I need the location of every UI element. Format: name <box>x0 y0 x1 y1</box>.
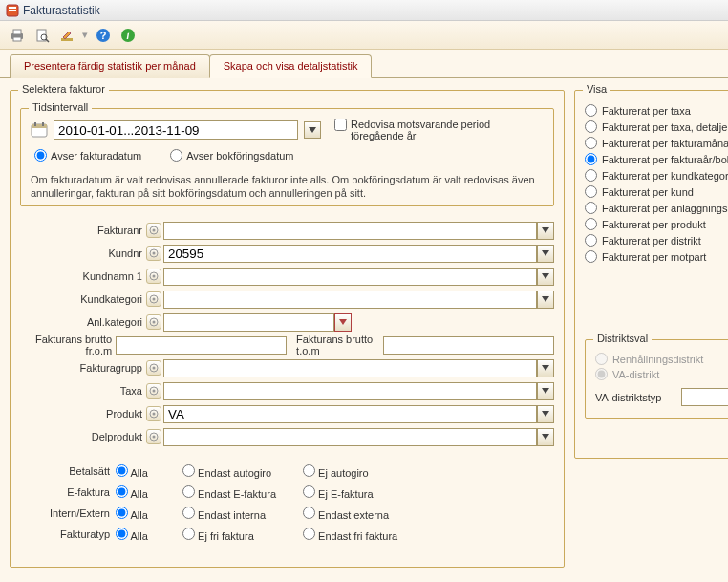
tab-skapa[interactable]: Skapa och visa detaljstatistik <box>209 54 373 78</box>
svg-line-8 <box>46 39 49 42</box>
produkt-dropdown[interactable] <box>537 405 554 423</box>
svg-marker-10 <box>63 32 71 39</box>
kundkategori-dropdown[interactable] <box>537 291 554 309</box>
vadistriktstyp-label: VA-distriktstyp <box>595 392 681 403</box>
svg-rect-9 <box>61 38 73 41</box>
svg-rect-16 <box>32 124 47 128</box>
avser-bokforingsdatum-radio[interactable]: Avser bokföringsdatum <box>170 149 293 162</box>
delprodukt-input[interactable] <box>163 428 537 446</box>
visa-o0-radio[interactable]: Fakturerat per taxa <box>585 104 728 117</box>
kundnamn1-dropdown[interactable] <box>537 268 554 286</box>
window-title: Fakturastatistik <box>23 4 100 17</box>
taxa-input[interactable] <box>163 382 537 400</box>
taxa-gear-icon[interactable] <box>146 383 161 399</box>
svg-marker-22 <box>542 227 549 233</box>
visa-o6-radio[interactable]: Fakturerat per anläggningskategori <box>585 202 728 214</box>
tabstrip: Presentera färdig statistik per månad Sk… <box>0 50 728 77</box>
vadistriktstyp-input[interactable] <box>681 388 728 406</box>
tidsintervall-note: Om fakturadatum är valt redovisas annull… <box>31 173 544 200</box>
kundkategori-label: Kundkategori <box>20 293 146 305</box>
svg-marker-34 <box>339 319 347 325</box>
visa-o3-radio[interactable]: Fakturerat per fakturaår/bokföringså <box>585 153 728 165</box>
kundkategori-gear-icon[interactable] <box>146 291 161 307</box>
va-distrikt-radio[interactable]: VA-distrikt <box>595 368 728 380</box>
kundnamn1-input[interactable] <box>163 268 537 286</box>
visa-group: Visa Fakturerat per taxa Fakturerat per … <box>574 90 728 459</box>
internextern-alla-radio[interactable]: Alla <box>116 507 148 521</box>
internextern-o1-radio[interactable]: Endast interna <box>182 507 266 521</box>
brutto-from-input[interactable] <box>116 336 287 355</box>
fakturatyp-o2-radio[interactable]: Endast fri faktura <box>303 528 397 542</box>
anlkategori-dropdown[interactable] <box>334 313 352 332</box>
svg-marker-40 <box>542 388 549 394</box>
daterange-dropdown[interactable] <box>304 121 321 139</box>
fakturagrupp-input[interactable] <box>163 359 537 377</box>
anlkategori-label: Anl.kategori <box>20 316 146 328</box>
bottom-row: Listlayout <box>0 577 728 582</box>
brutto-tom-input[interactable] <box>383 336 554 355</box>
renhallning-radio[interactable]: Renhållningsdistrikt <box>595 353 728 365</box>
fakturanr-label: Fakturanr <box>20 225 146 236</box>
visa-o2-radio[interactable]: Fakturerat per fakturamånad/bokföri <box>585 137 728 149</box>
svg-marker-28 <box>542 273 549 279</box>
svg-marker-31 <box>542 296 549 302</box>
fakturatyp-o1-radio[interactable]: Ej fri faktura <box>182 528 254 542</box>
fakturatyp-alla-radio[interactable]: Alla <box>116 528 148 542</box>
betalsatt-o1-radio[interactable]: Endast autogiro <box>182 464 271 479</box>
betalsatt-o2-radio[interactable]: Ej autogiro <box>303 464 369 479</box>
redovisa-checkbox[interactable] <box>334 119 347 131</box>
delprodukt-gear-icon[interactable] <box>146 429 161 444</box>
visa-o1-radio[interactable]: Fakturerat per taxa, detaljer per taxed <box>585 120 728 133</box>
fakturanr-dropdown[interactable] <box>537 222 554 240</box>
taxa-dropdown[interactable] <box>537 382 554 400</box>
svg-point-24 <box>153 252 156 255</box>
svg-point-45 <box>153 436 156 439</box>
tab-presentera[interactable]: Presentera färdig statistik per månad <box>10 54 210 78</box>
svg-rect-18 <box>42 122 44 126</box>
delprodukt-label: Delprodukt <box>20 431 146 442</box>
delprodukt-dropdown[interactable] <box>537 428 554 446</box>
distriktsval-group: Distriktsval Renhållningsdistrikt VA-dis… <box>585 339 728 419</box>
kundnr-gear-icon[interactable] <box>146 246 161 261</box>
svg-marker-25 <box>542 250 549 256</box>
visa-o4-radio[interactable]: Fakturerat per kundkategori <box>585 169 728 182</box>
calendar-icon[interactable] <box>31 121 48 139</box>
betalsatt-alla-radio[interactable]: Alla <box>116 464 148 479</box>
svg-marker-37 <box>542 365 549 371</box>
info-button[interactable]: i <box>118 26 138 45</box>
help-button[interactable]: ? <box>94 26 113 45</box>
edit-button[interactable] <box>57 26 76 45</box>
app-icon <box>6 4 19 17</box>
fakturagrupp-dropdown[interactable] <box>537 359 554 377</box>
kundnamn1-gear-icon[interactable] <box>146 269 161 284</box>
svg-point-30 <box>153 298 156 301</box>
efaktura-o1-radio[interactable]: Endast E-faktura <box>182 485 276 500</box>
avser-fakturadatum-radio[interactable]: Avser fakturadatum <box>34 149 141 162</box>
visa-o5-radio[interactable]: Fakturerat per kund <box>585 185 728 198</box>
produkt-label: Produkt <box>20 408 146 420</box>
internextern-o2-radio[interactable]: Endast externa <box>303 507 389 521</box>
efaktura-o2-radio[interactable]: Ej E-faktura <box>303 485 374 500</box>
svg-marker-43 <box>542 411 549 417</box>
taxa-label: Taxa <box>20 385 146 397</box>
visa-o8-radio[interactable]: Fakturerat per distrikt <box>585 234 728 247</box>
print-button[interactable] <box>8 26 27 45</box>
efaktura-alla-radio[interactable]: Alla <box>116 485 148 500</box>
anlkategori-input[interactable] <box>163 313 334 332</box>
fakturanr-gear-icon[interactable] <box>146 223 161 238</box>
preview-button[interactable] <box>32 26 52 45</box>
brutto-from-label: Fakturans brutto fr.o.m <box>20 334 116 356</box>
anlkategori-gear-icon[interactable] <box>146 314 161 330</box>
svg-rect-5 <box>13 37 21 41</box>
fakturagrupp-gear-icon[interactable] <box>146 360 161 376</box>
produkt-gear-icon[interactable] <box>146 406 161 421</box>
kundnr-input[interactable] <box>163 245 537 263</box>
fakturanr-input[interactable] <box>163 222 537 240</box>
visa-o7-radio[interactable]: Fakturerat per produkt <box>585 218 728 230</box>
efaktura-label: E-faktura <box>20 486 116 498</box>
produkt-input[interactable] <box>163 405 537 423</box>
daterange-input[interactable] <box>54 120 298 140</box>
kundnr-dropdown[interactable] <box>537 245 554 263</box>
kundkategori-input[interactable] <box>163 291 537 309</box>
visa-o9-radio[interactable]: Fakturerat per motpart <box>585 250 728 263</box>
